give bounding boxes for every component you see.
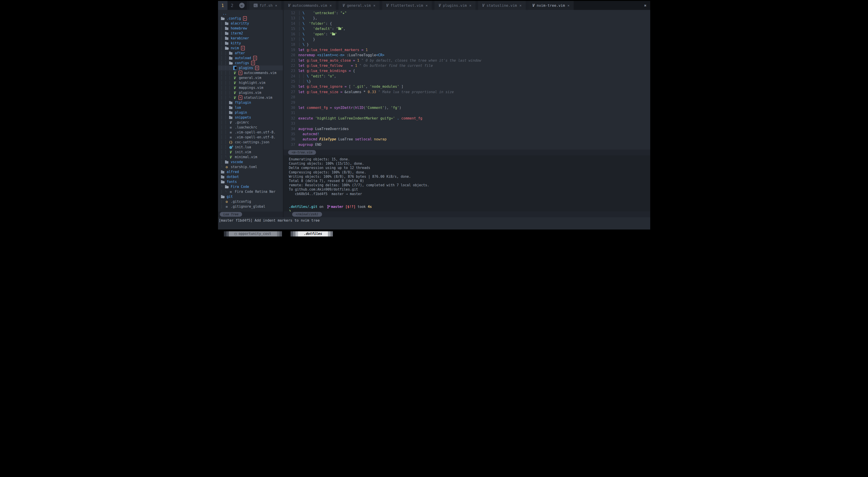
tree-item-Fira-Code[interactable]: └ Fira Code [218, 184, 283, 189]
tree-item-homebrew[interactable]: │ homebrew [218, 26, 283, 31]
tree-item-.gvimrc[interactable]: │ │ V.gvimrc [218, 120, 283, 125]
code-line[interactable]: 36 autocmd FileType LuaTree setlocal now… [284, 137, 650, 142]
code-line[interactable]: 18│ \ } [284, 42, 650, 48]
code-line[interactable]: 30let comment_fg = synIDattr(hlID('Comme… [284, 106, 650, 111]
tree-indent-guides: │ [221, 160, 225, 164]
tree-item-highlight.vim[interactable]: │ │ │ Vhighlight.vim [218, 80, 283, 85]
code-line[interactable]: 23let g:lua_tree_bindings = { [284, 69, 650, 74]
tree-item-Fira-Code-Retina-Ner[interactable]: │ └ ≡Fira Code Retina Ner [218, 189, 283, 194]
tree-item-alacritty[interactable]: │ alacritty [218, 21, 283, 26]
tree-item-.config[interactable]: .config+ [218, 16, 283, 21]
git-modified-badge: + [241, 46, 245, 50]
close-tab-icon[interactable]: × [275, 3, 277, 8]
tree-item-..[interactable]: .. [218, 11, 283, 16]
code-line[interactable]: 21let g:lua_tree_auto_close = 1 " 0 by d… [284, 59, 650, 64]
close-tab-icon[interactable]: × [469, 3, 471, 8]
tabpage-number-2[interactable]: 2 [227, 1, 237, 10]
terminal-line [289, 196, 650, 201]
line-number: 32 [284, 116, 299, 122]
tree-item-autocommands.vim[interactable]: │ │ │ V+autocommands.vim [218, 70, 283, 75]
tree-indent-guides: │ [221, 200, 225, 204]
tab-fluttertest.vim[interactable]: Vfluttertest.vim× [382, 1, 432, 10]
tree-item-lua[interactable]: │ │ lua [218, 105, 283, 110]
tree-item-init.lua[interactable]: │ │ init.lua [218, 145, 283, 149]
code-line[interactable]: 27let g:lua_tree_size = &columns * 0.33 … [284, 90, 650, 95]
tmux-window-dotfiles[interactable]: .dotfiles [290, 231, 333, 236]
code-line[interactable]: 28 [284, 95, 650, 100]
tree-item-dotbot[interactable]: dotbot [218, 174, 283, 179]
tree-item-starship.toml[interactable]: └ ⚙starship.toml [218, 165, 283, 169]
close-tab-icon[interactable]: × [426, 3, 428, 8]
tree-item-.gitignore-global[interactable]: │ ≡.gitignore_global [218, 204, 283, 209]
code-line[interactable]: 29 [284, 101, 650, 106]
vim-file-icon: V [234, 76, 236, 80]
tree-item-alfred[interactable]: alfred [218, 169, 283, 174]
tree-item-statusline.vim[interactable]: │ │ └ V+statusline.vim [218, 95, 283, 100]
tabpage-number-1[interactable]: 1 [218, 1, 227, 10]
code-line[interactable]: 17│ \ } [284, 37, 650, 42]
tree-item-snippets[interactable]: │ │ snippets [218, 115, 283, 120]
tab-general.vim[interactable]: Vgeneral.vim× [339, 1, 379, 10]
tree-item-.gitconfig[interactable]: │ ⚙.gitconfig [218, 199, 283, 204]
editor-statusline-pill: <m-tree.vim [288, 150, 316, 155]
tab-fzf.sh[interactable]: >_fzf.sh× [250, 1, 281, 10]
code-line[interactable]: 33 [284, 122, 650, 127]
code-line[interactable]: 22let g:lua_tree_follow = 1 " On bufEnte… [284, 64, 650, 69]
tmux-window-opportunity-cost[interactable]: □ opportunity_cost [224, 231, 282, 236]
tree-item-general.vim[interactable]: │ │ │ Vgeneral.vim [218, 75, 283, 80]
tree-item-plugins[interactable]: │ │ │ plugins+ [218, 66, 283, 70]
tree-item-plugins.vim[interactable]: │ │ │ Vplugins.vim [218, 90, 283, 95]
vim-message: [master f1bd4f5] Add indent markers to n… [219, 218, 649, 223]
close-tab-icon[interactable]: × [330, 3, 332, 8]
history-back-icon[interactable]: ← [239, 3, 245, 8]
code-line[interactable]: 25│ │ \} [284, 79, 650, 84]
vim-file-icon: V [234, 96, 236, 100]
tree-item-minimal.vim[interactable]: │ └ Vminimal.vim [218, 155, 283, 160]
tree-item-git[interactable]: git [218, 194, 283, 199]
tree-item-configs[interactable]: │ │ configs+ [218, 61, 283, 66]
code-line[interactable]: 16│ \ 'open': "" [284, 32, 650, 37]
tree-item-coc-settings.json[interactable]: │ │ {}coc-settings.json [218, 140, 283, 145]
close-tab-icon[interactable]: × [567, 3, 569, 8]
code-line[interactable]: 13│ \ }, [284, 16, 650, 21]
code-line[interactable]: 31 [284, 111, 650, 116]
code-line[interactable]: 20nnoremap <silent><c-n> :LuaTreeToggle<… [284, 53, 650, 58]
tree-item-vscode[interactable]: │ vscode [218, 160, 283, 165]
tree-item-after[interactable]: │ │ after [218, 50, 283, 56]
tree-indent-guides: │ │ │ [221, 86, 233, 90]
tree-item-init.vim[interactable]: │ │ Vinit.vim [218, 149, 283, 155]
code-line[interactable]: 35 autocmd! [284, 132, 650, 137]
tree-item-ftplugin[interactable]: │ │ ftplugin [218, 100, 283, 105]
tab-plugins.vim[interactable]: Vplugins.vim× [434, 1, 475, 10]
tree-item-mappings.vim[interactable]: │ │ │ Vmappings.vim [218, 85, 283, 90]
close-all-icon[interactable]: ✖ [641, 1, 650, 10]
tree-item-nvim[interactable]: │ nvim+ [218, 46, 283, 50]
code-editor[interactable]: 12│ \ 'untracked': "★"13│ \ },14│ \ 'fol… [284, 10, 650, 149]
tab-autocommands.vim[interactable]: Vautocommands.vim× [284, 1, 336, 10]
tree-item-.luacheckrc[interactable]: │ │ ≡.luacheckrc [218, 125, 283, 130]
code-line[interactable]: 15│ \ 'default': "", [284, 27, 650, 32]
tab-statusline.vim[interactable]: Vstatusline.vim× [478, 1, 526, 10]
code-line[interactable]: 32execute 'highlight LuaTreeIndentMarker… [284, 116, 650, 122]
tree-item-autoload[interactable]: │ │ autoload+ [218, 56, 283, 61]
tree-item-label: after [235, 51, 245, 55]
code-line[interactable]: 14│ \ 'folder': { [284, 22, 650, 27]
tree-item-karabiner[interactable]: │ karabiner [218, 36, 283, 41]
tab-nvim-tree.vim[interactable]: Vnvim-tree.vim× [528, 1, 574, 10]
prompt-caret[interactable]: ❯ [289, 209, 650, 211]
terminal-pane[interactable]: Enumerating objects: 15, done.Counting o… [284, 156, 650, 211]
tree-item-fonts[interactable]: fonts [218, 179, 283, 184]
tree-item-kitty[interactable]: │ kitty [218, 41, 283, 46]
tree-item-.vim-spell-en.utf-8.[interactable]: │ │ ≡.vim-spell-en.utf-8. [218, 130, 283, 135]
code-line[interactable]: 26let g:lua_tree_ignore = [ '.git', 'nod… [284, 84, 650, 90]
code-line[interactable]: 24│ │ \ "edit": "o", [284, 74, 650, 79]
code-line[interactable]: 34augroup LuaTreeOverrides [284, 127, 650, 132]
tree-item-.vim-spell-en.utf-8.[interactable]: │ │ ≡.vim-spell-en.utf-8. [218, 135, 283, 140]
code-line[interactable]: 19let g:lua_tree_indent_markers = 1 [284, 48, 650, 53]
close-tab-icon[interactable]: × [519, 3, 522, 8]
code-line[interactable]: 37augroup END [284, 143, 650, 148]
tree-item-iterm2[interactable]: │ iterm2 [218, 31, 283, 36]
code-line[interactable]: 12│ \ 'untracked': "★" [284, 11, 650, 16]
tree-item-plugin[interactable]: │ │ plugin [218, 110, 283, 115]
close-tab-icon[interactable]: × [373, 3, 375, 8]
